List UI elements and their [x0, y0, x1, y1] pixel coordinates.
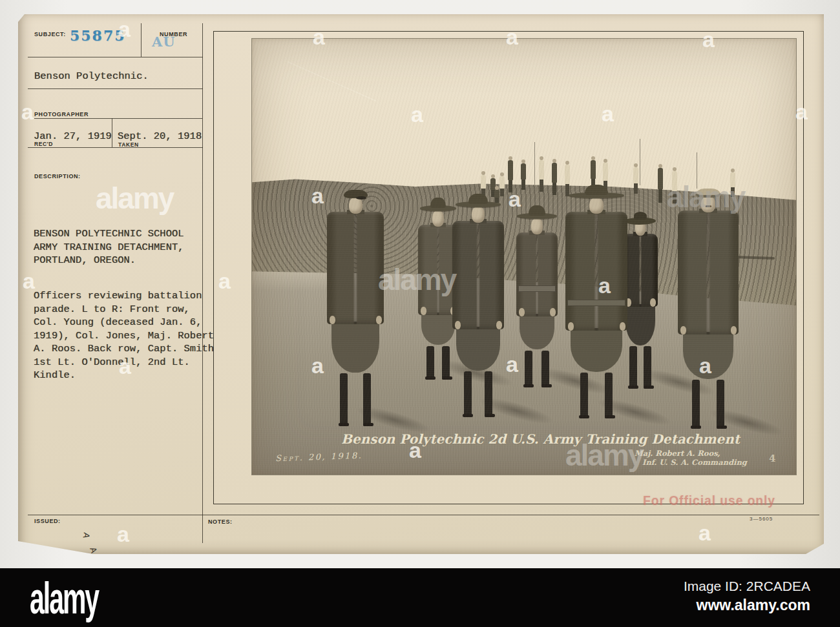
- card-title: Benson Polytechnic.: [34, 70, 149, 82]
- officer-belt: [518, 285, 556, 292]
- description-line: A. Roos. Back row, Capt. Smith,: [34, 342, 220, 356]
- officer-boot-foot: [541, 384, 552, 387]
- officer-torso: [452, 221, 504, 329]
- number-value-stamp: AU: [152, 34, 176, 50]
- officer-head: [349, 198, 362, 214]
- officer-boot: [340, 373, 348, 426]
- crowd-figure-body: [633, 167, 638, 183]
- side-mark: A: [87, 546, 99, 555]
- crowd-figure-body: [658, 168, 663, 189]
- campaign-hat-crown: [468, 194, 487, 204]
- description-line: PORTLAND, OREGON.: [34, 254, 184, 267]
- light-cap-crown: [696, 189, 720, 198]
- crowd-figure-body: [672, 171, 677, 191]
- officer-boot: [605, 373, 613, 418]
- officer-boot-foot: [463, 414, 473, 417]
- crowd-figure-legs: [731, 187, 735, 197]
- officer-boot-foot: [339, 423, 349, 426]
- officer-hand: [568, 322, 574, 331]
- officer-boot-foot: [523, 384, 534, 387]
- officer-boot: [485, 371, 492, 417]
- side-mark: A: [81, 531, 92, 539]
- officer-hand: [650, 298, 656, 307]
- officer-head: [472, 207, 485, 223]
- description-paragraph-1: BENSON POLYTECHNIC SCHOOLARMY TRAINING D…: [34, 227, 184, 267]
- crowd-figure-legs: [658, 189, 662, 203]
- column-rule: [202, 23, 203, 543]
- crowd-figure-legs: [509, 180, 512, 193]
- issued-label: ISSUED:: [34, 518, 61, 524]
- officer-boot: [629, 346, 637, 389]
- crowd-figure-body: [730, 172, 735, 187]
- crowd-figure-body: [591, 160, 596, 179]
- officer-hand: [620, 322, 625, 331]
- description-line: 1st Lt. O'Donnell, 2nd Lt.: [34, 356, 220, 369]
- crowd-figure-legs: [634, 183, 638, 194]
- officer-head: [701, 196, 715, 212]
- officer-boot-foot: [691, 426, 701, 429]
- print-code: 3—5605: [750, 516, 773, 522]
- alamy-url-link[interactable]: www.alamy.com: [697, 597, 810, 614]
- description-line: 1919), Col. Jones, Maj. Robert: [34, 329, 220, 343]
- flagpole: [640, 139, 640, 185]
- crowd-figure-legs: [500, 189, 504, 196]
- officer-torso: [678, 211, 739, 334]
- description-label: DESCRIPTION:: [34, 173, 81, 180]
- archive-photo-card: SUBJECT: 55875 NUMBER AU Benson Polytech…: [18, 14, 824, 554]
- taken-date: Sept. 20, 1918: [118, 130, 202, 142]
- flagpole: [534, 142, 535, 185]
- officer-boot-foot: [425, 376, 436, 380]
- officer-boot-foot: [605, 415, 615, 418]
- officer-head: [531, 218, 543, 234]
- description-paragraph-2: Officers reviewing battalionparade. L to…: [34, 289, 220, 382]
- description-line: Col. Young (deceased Jan. 6,: [34, 316, 220, 329]
- taken-label: TAKEN: [118, 141, 139, 148]
- crowd-figure-body: [481, 175, 486, 189]
- divider-line: [141, 23, 142, 57]
- officer-torso: [623, 234, 658, 307]
- crowd-figure-body: [499, 176, 505, 189]
- description-line: parade. L to R: Front row,: [34, 303, 220, 316]
- crowd-figure-body: [521, 163, 526, 180]
- divider-line: [28, 147, 203, 148]
- subject-label: SUBJECT:: [34, 31, 66, 37]
- officer-boot: [644, 346, 651, 389]
- officer-hand: [731, 326, 737, 334]
- officer-torso: [565, 212, 627, 331]
- divider-line: [28, 88, 203, 89]
- officer-torso: [327, 212, 384, 324]
- plate-number: 4: [769, 453, 775, 464]
- officer-torso: [516, 232, 558, 316]
- photo-frame: Benson Polytechnic 2d U.S. Army Training…: [213, 31, 804, 504]
- officer-boot: [692, 380, 700, 429]
- officer-boot: [363, 373, 371, 426]
- officer-cap-visor: [356, 196, 366, 200]
- divider-line: [28, 57, 203, 57]
- officer-head: [432, 211, 444, 227]
- officer-hand: [330, 316, 335, 324]
- officer-hand: [519, 308, 525, 316]
- officer-head: [589, 198, 604, 214]
- description-line: BENSON POLYTECHNIC SCHOOL: [34, 227, 184, 241]
- description-line: ARMY TRAINING DETACHMENT,: [34, 241, 184, 254]
- crowd-figure-body: [494, 190, 499, 198]
- officer-mustache: [706, 205, 711, 207]
- officer-breeches: [625, 304, 655, 345]
- crowd-figure-body: [539, 160, 544, 180]
- image-id-text: Image ID: 2RCADEA: [684, 579, 810, 594]
- crowd-figure-legs: [521, 180, 525, 190]
- divider-line: [34, 118, 202, 119]
- received-label: REC'D: [34, 141, 53, 147]
- crowd-figure-body: [565, 165, 570, 184]
- officer-boot-foot: [579, 415, 589, 418]
- officer-boot-foot: [363, 423, 373, 426]
- officer-boot-foot: [644, 385, 654, 389]
- subject-number-stamp: 55875: [70, 27, 126, 44]
- officer-hand: [455, 321, 461, 329]
- floppy-hat-crown: [634, 212, 647, 220]
- officer-boot: [717, 380, 724, 429]
- officer-hand: [550, 308, 556, 316]
- official-use-stamp: For Official use only: [643, 493, 775, 508]
- crowd-figure-body: [552, 163, 557, 183]
- photographer-label: PHOTOGRAPHER: [34, 111, 89, 118]
